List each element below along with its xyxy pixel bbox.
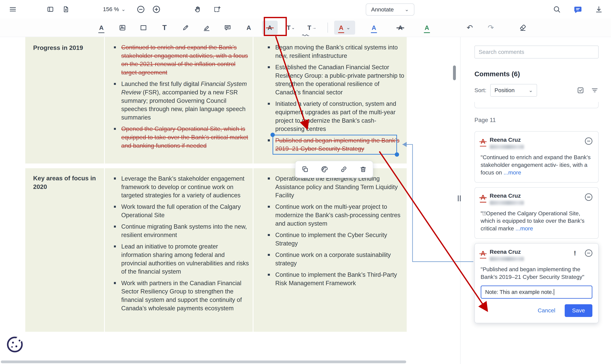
toolbar-divider (327, 23, 328, 33)
row-label: Progress in 2019 (33, 43, 101, 52)
collapse-comment-icon[interactable] (585, 249, 592, 257)
replace-text-tool[interactable]: T→ (304, 21, 320, 35)
list-item: Began moving the Bank’s critical systems… (267, 43, 405, 60)
main-toolbar: 156 % ⌄ (0, 0, 611, 19)
zoom-out-button[interactable] (134, 3, 147, 16)
page-group-label: Page 11 (474, 117, 598, 123)
note-bubble-icon (224, 24, 232, 32)
annotation-selection-box[interactable] (273, 135, 397, 155)
list-item: Continued to enrich and expand the Bank’… (113, 43, 250, 77)
brand-logo (5, 335, 25, 356)
list-item: Established the Canadian Financial Secto… (267, 63, 405, 97)
list-item: Lead an initiative to promote greater in… (113, 242, 250, 276)
more-link[interactable]: ...more (504, 169, 521, 176)
comments-bubble-icon (574, 5, 582, 14)
more-link[interactable]: ...more (515, 225, 533, 232)
style-preset-black-strike[interactable]: A (392, 21, 408, 35)
menu-button[interactable] (6, 3, 19, 16)
list-item: Operationalize the Emergency Lending Ass… (267, 174, 405, 200)
undo-button[interactable]: ↶ (462, 21, 478, 35)
pan-tool-button[interactable] (191, 3, 204, 16)
pdf-annotator-app: 156 % ⌄ (0, 0, 611, 364)
highlighter-tool[interactable] (199, 21, 214, 35)
rectangle-tool[interactable] (136, 21, 151, 35)
redo-icon: ↷ (488, 23, 494, 32)
highlighter-icon (203, 24, 210, 32)
comments-sidebar: Comments (6) Sort: Position ⌄ Page 11 A (460, 37, 611, 364)
strikeout-tool[interactable]: A (262, 21, 278, 35)
style-preset-red[interactable]: A ⌄ (334, 21, 355, 35)
comment-card[interactable]: A Reena Cruz "Continued to enrich and ex… (474, 131, 598, 182)
filter-comments-button[interactable] (591, 86, 598, 94)
style-preset-green[interactable]: A (419, 21, 435, 35)
cancel-button[interactable]: Cancel (538, 307, 555, 314)
download-button[interactable] (592, 3, 605, 16)
image-tool[interactable]: A (114, 21, 130, 35)
marquee-zoom-icon (213, 5, 221, 13)
collapse-comment-icon[interactable] (585, 193, 592, 201)
search-button[interactable] (550, 3, 563, 16)
strikeout-annotation-icon: A (481, 193, 486, 201)
color-palette-button[interactable] (318, 163, 331, 176)
text-tool[interactable]: T (157, 21, 172, 35)
sort-dropdown-value: Position (495, 87, 514, 94)
zoom-in-button[interactable] (150, 3, 163, 16)
page-mode-button[interactable] (59, 3, 72, 16)
comment-quote: "Published and began implementing the Ba… (481, 266, 592, 281)
zoom-level-value: 156 % (103, 6, 119, 13)
duplicate-annotation-button[interactable] (298, 163, 312, 176)
bullet-list: Operationalize the Emergency Lending Ass… (267, 174, 405, 287)
undo-icon: ↶ (467, 23, 473, 32)
comments-panel-button[interactable] (571, 3, 584, 16)
save-button[interactable]: Save (565, 304, 592, 317)
horizontal-scrollbar-thumb[interactable] (1, 361, 406, 363)
mode-dropdown[interactable]: Annotate ⌄ (366, 3, 414, 15)
collapse-comment-icon[interactable] (585, 137, 592, 145)
note-input-value: Note: This an example note. (485, 289, 553, 295)
note-tool[interactable] (220, 21, 236, 35)
rectangle-icon (139, 24, 147, 32)
marquee-zoom-button[interactable] (210, 3, 224, 16)
note-input[interactable]: Note: This an example note. (481, 286, 592, 299)
style-black-strike-icon: A (398, 25, 403, 31)
chevron-down-icon: ⌄ (121, 7, 125, 12)
download-icon (595, 5, 603, 13)
comment-card[interactable]: A Reena Cruz "⍰Opened the Calgary Operat… (474, 187, 598, 239)
search-icon (553, 5, 561, 13)
style-preset-blue[interactable]: A (366, 21, 382, 35)
comment-quote: "⍰Opened the Calgary Operational Site, w… (481, 210, 592, 233)
underline-tool[interactable]: A (94, 21, 109, 35)
sort-dropdown[interactable]: Position ⌄ (490, 84, 537, 96)
eraser-icon (519, 24, 527, 32)
zoom-in-icon (152, 5, 161, 14)
zoom-level-control[interactable]: 156 % ⌄ (103, 6, 125, 13)
row-label: Key areas of focus in 2020 (33, 174, 101, 191)
svg-text:A: A (121, 25, 123, 28)
selection-handle-top-left[interactable] (270, 133, 275, 137)
list-item: Work toward the full operation of the Ca… (113, 203, 250, 219)
comment-card-active[interactable]: A Reena Cruz ! "Published and began impl… (474, 243, 598, 323)
mode-dropdown-value: Annotate (371, 6, 394, 13)
sidebar-panel-button[interactable] (44, 3, 57, 16)
table-row-focus-2020: Key areas of focus in 2020 Leverage the … (25, 168, 407, 332)
redo-button[interactable]: ↷ (483, 21, 499, 35)
delete-annotation-button[interactable] (357, 163, 370, 176)
panel-resize-handle[interactable] (458, 195, 461, 201)
style-blue-icon: A (372, 25, 376, 31)
insert-text-tool[interactable]: T⌄ (283, 21, 299, 35)
squiggle-underline-icon (302, 34, 309, 36)
eraser-button[interactable] (515, 21, 531, 35)
comment-author: Reena Cruz (490, 193, 581, 199)
ink-pen-tool[interactable] (178, 21, 193, 35)
link-annotation-button[interactable] (337, 163, 350, 176)
squiggle-tool-icon: A (247, 25, 251, 31)
insert-text-icon: T (287, 25, 291, 31)
squiggle-tool[interactable]: A (241, 21, 256, 35)
underline-tool-icon: A (99, 25, 104, 31)
sidebar-panel-icon (46, 5, 54, 13)
selection-handle-bottom-right[interactable] (395, 152, 399, 157)
vertical-scrollbar-thumb[interactable] (453, 65, 456, 80)
search-comments-input[interactable] (474, 46, 598, 58)
document-page: Progress in 2019 Continued to enrich and… (0, 37, 451, 359)
select-annotations-button[interactable] (577, 86, 584, 94)
